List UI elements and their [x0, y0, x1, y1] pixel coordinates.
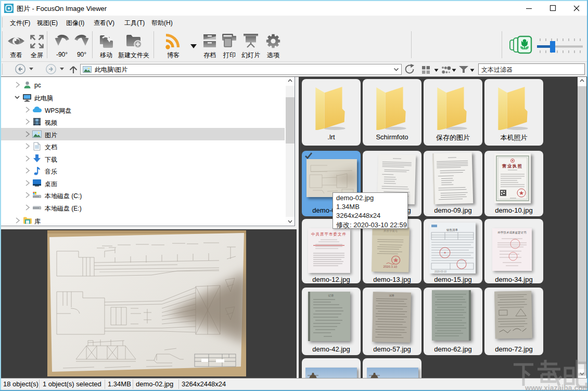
svg-text:试卷: 试卷 [389, 294, 394, 297]
svg-text:2020.3.10: 2020.3.10 [383, 265, 397, 268]
svg-text:科学技术成果鉴定证书: 科学技术成果鉴定证书 [498, 231, 527, 234]
svg-text:2020-03-10: 2020-03-10 [434, 270, 447, 273]
svg-text:记录: 记录 [328, 294, 335, 297]
svg-text:中共原平市委文件: 中共原平市委文件 [311, 232, 347, 237]
svg-text:营业执照: 营业执照 [502, 164, 523, 168]
svg-text:销售清单: 销售清单 [446, 228, 458, 232]
